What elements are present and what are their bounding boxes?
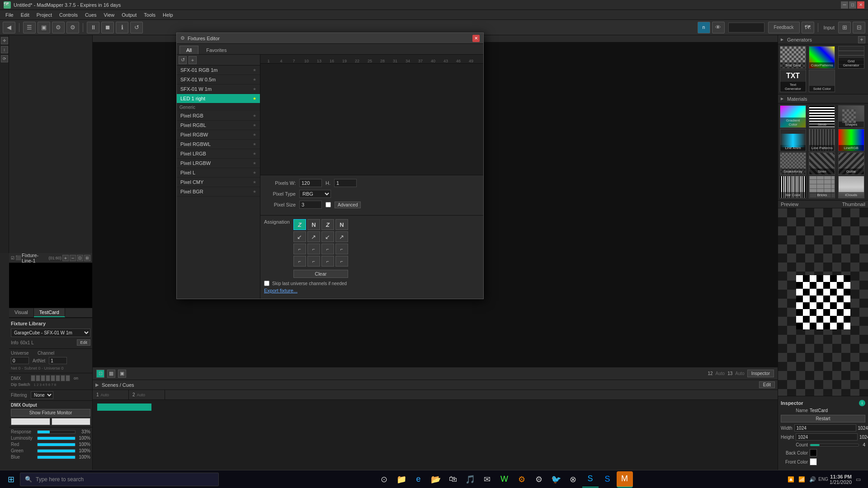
taskbar-eng[interactable]: ENG xyxy=(819,475,828,484)
taskbar-chrome[interactable]: ⚙ xyxy=(514,471,530,488)
green-track[interactable] xyxy=(37,449,75,453)
assign-z1[interactable]: Z xyxy=(293,219,306,230)
tool-move[interactable]: ↕ xyxy=(1,46,8,53)
menu-file[interactable]: File xyxy=(2,11,17,19)
tab-testcard[interactable]: TestCard xyxy=(34,308,65,317)
menu-project[interactable]: Project xyxy=(33,11,56,19)
menu-tools[interactable]: Tools xyxy=(140,11,159,19)
toolbar-pause[interactable]: ⏸ xyxy=(87,22,99,33)
toolbar-info[interactable]: ℹ xyxy=(116,22,128,33)
inspector-btn[interactable]: Inspector xyxy=(747,370,774,377)
toolbar-refresh[interactable]: ↺ xyxy=(130,22,143,33)
fix-item-sfx01w05[interactable]: SFX-01 W 0.5m ★ xyxy=(177,75,260,84)
clear-btn[interactable]: Clear xyxy=(293,270,348,278)
material-barcode[interactable]: Bar Code xyxy=(780,176,806,198)
toolbar-stop[interactable]: ⏹ xyxy=(101,22,114,33)
assign-br6[interactable]: ⌐ xyxy=(307,256,320,267)
fixtures-add-btn[interactable]: + xyxy=(189,56,197,64)
universe-input[interactable] xyxy=(11,357,29,364)
start-button[interactable]: ⊞ xyxy=(2,471,20,488)
toolbar-grid1[interactable]: ⊞ xyxy=(838,22,851,33)
assign-br1[interactable]: ⌐ xyxy=(293,244,306,254)
taskbar-bird[interactable]: 🐦 xyxy=(548,471,564,488)
taskbar-folder[interactable]: 📂 xyxy=(428,471,444,488)
menu-controls[interactable]: Controls xyxy=(56,11,81,19)
taskbar-mail[interactable]: ✉ xyxy=(479,471,495,488)
menu-view[interactable]: View xyxy=(100,11,118,19)
toolbar-output[interactable]: ▣ xyxy=(38,22,50,33)
assign-br5[interactable]: ⌐ xyxy=(293,256,306,267)
menu-cues[interactable]: Cues xyxy=(81,11,100,19)
generator-text[interactable]: TXT Text Generator xyxy=(780,70,806,92)
pixel-size-checkbox[interactable] xyxy=(326,202,331,207)
fix-item-pixelrgbw[interactable]: Pixel RGBW ★ xyxy=(177,130,260,140)
taskbar-skype2[interactable]: S xyxy=(599,471,616,488)
assign-br3[interactable]: ⌐ xyxy=(321,244,334,254)
material-snakearray[interactable]: SnakeArray xyxy=(780,152,806,175)
fix-item-pixelrgbl[interactable]: Pixel RGBL ★ xyxy=(177,121,260,130)
assign-z2[interactable]: Z xyxy=(321,219,334,230)
assign-n1[interactable]: N xyxy=(307,219,320,230)
material-linepatterns[interactable]: Line Patterns xyxy=(809,129,835,151)
taskbar-show-desktop[interactable]: ▭ xyxy=(854,475,863,484)
advanced-btn[interactable]: Advanced xyxy=(335,202,361,208)
material-siren[interactable]: Siren xyxy=(809,152,835,175)
luminosity-track[interactable] xyxy=(37,436,75,440)
taskbar-cortana[interactable]: ⊙ xyxy=(376,471,392,488)
material-linergb[interactable]: LineRGB xyxy=(838,129,864,151)
fix-item-sfx01w1[interactable]: SFX-01 W 1m ★ xyxy=(177,84,260,94)
tool-select[interactable]: ✛ xyxy=(1,37,8,44)
fix-item-led1right[interactable]: LED 1 right ★ xyxy=(177,94,260,103)
menu-output[interactable]: Output xyxy=(118,11,140,19)
close-button[interactable]: ✕ xyxy=(857,1,864,9)
toolbar-map[interactable]: 🗺 xyxy=(802,22,814,33)
generator-colorpatterns[interactable]: ColorPatterns xyxy=(809,46,835,69)
fixtures-tab-favorites[interactable]: Favorites xyxy=(199,46,233,54)
generator-grid[interactable]: Grid Generator xyxy=(838,46,864,69)
fixture-library-select[interactable]: GarageCube - SFX-01 W 1m xyxy=(11,328,90,337)
inspector-width-input[interactable] xyxy=(794,424,856,432)
inspector-frontcolor-swatch[interactable] xyxy=(810,458,817,465)
cue-1[interactable]: 1 Auto xyxy=(93,390,129,399)
material-strob[interactable]: Strob xyxy=(809,105,835,128)
view-mode-btn-3[interactable]: ▣ xyxy=(118,370,126,378)
export-fixture-btn[interactable]: Export fixture... xyxy=(264,286,297,295)
search-bar[interactable]: 🔍 Type here to search xyxy=(20,473,219,486)
tab-visual[interactable]: Visual xyxy=(9,308,34,317)
fix-item-pixell[interactable]: Pixel L ★ xyxy=(177,168,260,178)
material-guitar[interactable]: Guitar xyxy=(838,152,864,175)
layer-remove-btn[interactable]: − xyxy=(70,255,76,261)
assign-sl2[interactable]: ↙ xyxy=(321,231,334,242)
generators-add-btn[interactable]: + xyxy=(858,36,865,43)
channel-input[interactable] xyxy=(49,357,67,364)
pixel-type-select[interactable]: RBG RGB xyxy=(299,190,331,198)
material-iclouds[interactable]: iClouds xyxy=(838,176,864,198)
generator-solid[interactable]: Solid Color xyxy=(809,70,835,92)
assign-br2[interactable]: ⌐ xyxy=(307,244,320,254)
toolbar-logo[interactable]: n xyxy=(698,22,710,33)
view-mode-btn-1[interactable]: ⊡ xyxy=(96,370,104,378)
feedback-button[interactable]: Feedback xyxy=(768,22,800,33)
toolbar-eye[interactable]: 👁 xyxy=(712,22,725,33)
fix-item-pixelrgbwl[interactable]: Pixel RGBWL ★ xyxy=(177,140,260,149)
toolbar-fixtures[interactable]: ⚙ xyxy=(52,22,65,33)
view-mode-btn-2[interactable]: ▦ xyxy=(107,370,115,378)
assign-br8[interactable]: ⌐ xyxy=(335,256,348,267)
fix-item-pixelrgb[interactable]: Pixel RGB ★ xyxy=(177,111,260,121)
inspector-info-icon[interactable]: i xyxy=(859,400,865,406)
material-lineanim[interactable]: Line Anim xyxy=(780,129,806,151)
pixels-w-input[interactable] xyxy=(299,179,322,187)
taskbar-audio[interactable]: 🔊 xyxy=(808,475,817,484)
blue-track[interactable] xyxy=(37,455,75,459)
taskbar-files[interactable]: 📁 xyxy=(393,471,410,488)
layer-add-btn[interactable]: + xyxy=(62,255,69,261)
taskbar-store[interactable]: 🛍 xyxy=(445,471,461,488)
minimize-button[interactable]: ─ xyxy=(841,1,848,9)
fixtures-tab-all[interactable]: All xyxy=(179,46,198,54)
fix-item-pixelcmy[interactable]: Pixel CMY ★ xyxy=(177,178,260,187)
assign-n2[interactable]: N xyxy=(335,219,348,230)
taskbar-madmapper[interactable]: M xyxy=(617,471,633,488)
material-gradient[interactable]: Gradient Color xyxy=(780,105,806,128)
taskbar-circle[interactable]: ⊗ xyxy=(565,471,581,488)
fixtures-dialog-close-btn[interactable]: ✕ xyxy=(472,35,480,42)
